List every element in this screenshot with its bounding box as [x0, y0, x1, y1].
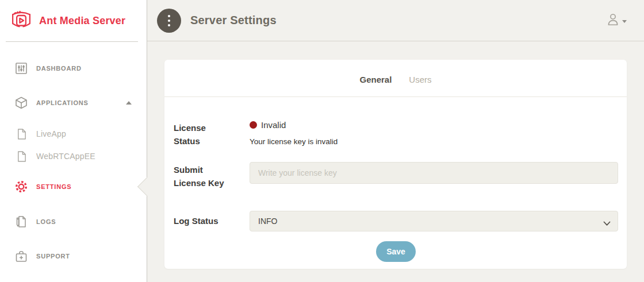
sidebar-item-label: SETTINGS: [36, 183, 71, 190]
sidebar-item-label: APPLICATIONS: [36, 99, 89, 106]
support-icon: [14, 249, 28, 263]
sidebar-item-label: WebRTCAppEE: [36, 152, 95, 161]
kebab-menu-icon: [167, 14, 171, 27]
settings-card: General Users License Status Invalid You…: [164, 60, 627, 269]
sidebar-divider: [6, 41, 138, 42]
brand[interactable]: Ant Media Server: [0, 0, 147, 41]
logs-icon: [14, 215, 28, 229]
sidebar-item-label: DASHBOARD: [36, 65, 82, 72]
log-status-select[interactable]: INFO: [250, 211, 618, 231]
settings-form: License Status Invalid Your license key …: [164, 97, 627, 262]
license-status-value: Invalid Your license key is invalid: [250, 120, 618, 148]
sidebar-item-label: LiveApp: [36, 129, 66, 138]
file-icon: [14, 127, 28, 141]
sidebar-item-support[interactable]: SUPPORT: [0, 245, 147, 268]
brand-name: Ant Media Server: [39, 15, 125, 27]
chevron-down-icon: [622, 20, 627, 23]
log-status-row: Log Status INFO: [174, 211, 618, 231]
save-row: Save: [174, 241, 618, 262]
collapse-up-icon[interactable]: [126, 101, 132, 105]
main-content: General Users License Status Invalid You…: [147, 42, 644, 282]
dashboard-icon: [14, 61, 28, 75]
sidebar-item-applications[interactable]: APPLICATIONS: [0, 91, 147, 114]
license-key-input[interactable]: [250, 162, 618, 184]
status-dot-icon: [250, 121, 257, 129]
sidebar-item-label: LOGS: [36, 218, 56, 225]
license-key-row: Submit License Key: [174, 162, 618, 190]
sidebar-item-settings[interactable]: SETTINGS: [0, 175, 147, 198]
license-status-label: License Status: [174, 120, 250, 148]
license-key-control: [250, 162, 618, 190]
status-text: Invalid: [261, 120, 286, 130]
log-status-label: Log Status: [174, 214, 250, 227]
ant-media-logo-icon: [9, 9, 33, 33]
log-status-control: INFO: [250, 211, 618, 231]
status-message: Your license key is invalid: [250, 137, 618, 146]
sidebar-item-liveapp[interactable]: LiveApp: [0, 124, 147, 144]
applications-icon: [14, 96, 28, 110]
tab-users[interactable]: Users: [409, 75, 431, 84]
sidebar-item-dashboard[interactable]: DASHBOARD: [0, 57, 147, 80]
sidebar-item-label: SUPPORT: [36, 253, 70, 260]
tab-bar: General Users: [164, 60, 627, 84]
sidebar-nav: DASHBOARD APPLICATIONS LiveApp: [0, 57, 147, 268]
file-icon: [14, 149, 28, 163]
save-button[interactable]: Save: [376, 241, 416, 262]
user-account-icon: [607, 13, 619, 29]
user-menu-button[interactable]: [607, 13, 627, 29]
status-line: Invalid: [250, 120, 618, 130]
tab-general[interactable]: General: [359, 75, 392, 84]
license-key-label: Submit License Key: [174, 162, 250, 190]
sidebar-item-logs[interactable]: LOGS: [0, 210, 147, 233]
sidebar: Ant Media Server DASHBOARD: [0, 0, 147, 282]
top-header: Server Settings: [147, 0, 644, 41]
page-title: Server Settings: [190, 14, 277, 27]
kebab-menu-button[interactable]: [157, 9, 181, 33]
gear-icon: [14, 180, 28, 194]
sidebar-item-webrtcappee[interactable]: WebRTCAppEE: [0, 146, 147, 166]
license-status-row: License Status Invalid Your license key …: [174, 120, 618, 148]
